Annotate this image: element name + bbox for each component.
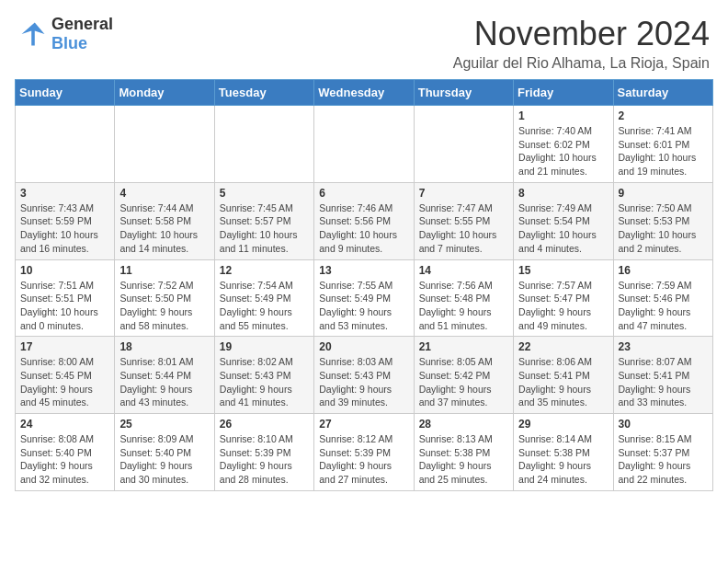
logo: General Blue	[18, 15, 113, 53]
calendar-cell: 16Sunrise: 7:59 AM Sunset: 5:46 PM Dayli…	[613, 259, 712, 337]
calendar-cell: 5Sunrise: 7:45 AM Sunset: 5:57 PM Daylig…	[214, 182, 313, 259]
page-container: General Blue November 2024 Aguilar del R…	[0, 0, 728, 499]
calendar-week-row: 3Sunrise: 7:43 AM Sunset: 5:59 PM Daylig…	[16, 182, 713, 259]
calendar-cell: 23Sunrise: 8:07 AM Sunset: 5:41 PM Dayli…	[613, 337, 712, 414]
day-info: Sunrise: 8:00 AM Sunset: 5:45 PM Dayligh…	[20, 355, 109, 409]
day-info: Sunrise: 7:51 AM Sunset: 5:51 PM Dayligh…	[20, 279, 109, 333]
svg-marker-0	[22, 23, 45, 46]
day-info: Sunrise: 8:06 AM Sunset: 5:41 PM Dayligh…	[518, 355, 608, 409]
calendar-cell: 21Sunrise: 8:05 AM Sunset: 5:42 PM Dayli…	[414, 337, 513, 414]
day-number: 22	[518, 340, 608, 353]
day-info: Sunrise: 8:09 AM Sunset: 5:40 PM Dayligh…	[119, 432, 209, 487]
day-info: Sunrise: 8:05 AM Sunset: 5:42 PM Dayligh…	[419, 355, 508, 409]
calendar-header-thursday: Thursday	[414, 80, 513, 106]
day-info: Sunrise: 7:43 AM Sunset: 5:59 PM Dayligh…	[20, 201, 109, 256]
calendar-cell: 30Sunrise: 8:15 AM Sunset: 5:37 PM Dayli…	[613, 414, 712, 491]
day-number: 11	[119, 264, 209, 277]
day-info: Sunrise: 8:10 AM Sunset: 5:39 PM Dayligh…	[220, 432, 309, 487]
day-number: 25	[119, 418, 209, 431]
calendar-cell: 7Sunrise: 7:47 AM Sunset: 5:55 PM Daylig…	[414, 182, 513, 259]
day-number: 12	[220, 264, 309, 277]
calendar-cell: 1Sunrise: 7:40 AM Sunset: 6:02 PM Daylig…	[514, 106, 613, 183]
calendar-cell: 9Sunrise: 7:50 AM Sunset: 5:53 PM Daylig…	[613, 182, 712, 259]
logo-general: General	[51, 15, 113, 34]
calendar-week-row: 17Sunrise: 8:00 AM Sunset: 5:45 PM Dayli…	[16, 337, 713, 414]
calendar-cell: 3Sunrise: 7:43 AM Sunset: 5:59 PM Daylig…	[16, 182, 115, 259]
day-number: 13	[319, 264, 408, 277]
calendar-cell: 2Sunrise: 7:41 AM Sunset: 6:01 PM Daylig…	[613, 106, 712, 183]
day-number: 23	[619, 340, 708, 353]
day-number: 14	[419, 264, 508, 277]
header: General Blue November 2024 Aguilar del R…	[0, 0, 728, 79]
calendar-cell	[115, 106, 214, 183]
calendar-cell: 6Sunrise: 7:46 AM Sunset: 5:56 PM Daylig…	[314, 182, 414, 259]
day-info: Sunrise: 8:03 AM Sunset: 5:43 PM Dayligh…	[319, 355, 408, 409]
calendar-cell: 25Sunrise: 8:09 AM Sunset: 5:40 PM Dayli…	[115, 414, 214, 491]
title-block: November 2024 Aguilar del Rio Alhama, La…	[453, 15, 710, 72]
calendar-cell: 26Sunrise: 8:10 AM Sunset: 5:39 PM Dayli…	[214, 414, 313, 491]
calendar-cell: 13Sunrise: 7:55 AM Sunset: 5:49 PM Dayli…	[314, 259, 414, 337]
calendar-cell	[214, 106, 313, 183]
day-info: Sunrise: 7:47 AM Sunset: 5:55 PM Dayligh…	[419, 201, 508, 256]
calendar-header-saturday: Saturday	[613, 80, 712, 106]
logo-text: General Blue	[51, 15, 113, 53]
day-number: 20	[319, 340, 408, 353]
calendar-cell	[414, 106, 513, 183]
calendar-cell: 10Sunrise: 7:51 AM Sunset: 5:51 PM Dayli…	[16, 259, 115, 337]
calendar-week-row: 10Sunrise: 7:51 AM Sunset: 5:51 PM Dayli…	[16, 259, 713, 337]
day-info: Sunrise: 7:56 AM Sunset: 5:48 PM Dayligh…	[419, 279, 508, 333]
day-info: Sunrise: 8:01 AM Sunset: 5:44 PM Dayligh…	[119, 355, 209, 409]
day-number: 4	[119, 187, 209, 200]
day-number: 2	[619, 109, 708, 122]
location: Aguilar del Rio Alhama, La Rioja, Spain	[453, 55, 710, 72]
day-info: Sunrise: 8:14 AM Sunset: 5:38 PM Dayligh…	[518, 432, 608, 487]
calendar-cell: 14Sunrise: 7:56 AM Sunset: 5:48 PM Dayli…	[414, 259, 513, 337]
day-number: 7	[419, 187, 508, 200]
calendar-cell: 18Sunrise: 8:01 AM Sunset: 5:44 PM Dayli…	[115, 337, 214, 414]
day-number: 16	[619, 264, 708, 277]
calendar-header-sunday: Sunday	[16, 80, 115, 106]
day-number: 28	[419, 418, 508, 431]
day-info: Sunrise: 8:02 AM Sunset: 5:43 PM Dayligh…	[220, 355, 309, 409]
calendar-header-friday: Friday	[514, 80, 613, 106]
day-info: Sunrise: 7:44 AM Sunset: 5:58 PM Dayligh…	[119, 201, 209, 256]
calendar-cell: 24Sunrise: 8:08 AM Sunset: 5:40 PM Dayli…	[16, 414, 115, 491]
logo-icon	[18, 19, 48, 49]
calendar-header-row: SundayMondayTuesdayWednesdayThursdayFrid…	[16, 80, 713, 106]
calendar-cell	[314, 106, 414, 183]
day-number: 18	[119, 340, 209, 353]
calendar-table: SundayMondayTuesdayWednesdayThursdayFrid…	[15, 79, 713, 491]
day-info: Sunrise: 8:12 AM Sunset: 5:39 PM Dayligh…	[319, 432, 408, 487]
calendar-cell	[16, 106, 115, 183]
day-info: Sunrise: 8:13 AM Sunset: 5:38 PM Dayligh…	[419, 432, 508, 487]
day-info: Sunrise: 7:54 AM Sunset: 5:49 PM Dayligh…	[220, 279, 309, 333]
day-info: Sunrise: 8:08 AM Sunset: 5:40 PM Dayligh…	[20, 432, 109, 487]
calendar-header-tuesday: Tuesday	[214, 80, 313, 106]
calendar-cell: 8Sunrise: 7:49 AM Sunset: 5:54 PM Daylig…	[514, 182, 613, 259]
calendar-cell: 20Sunrise: 8:03 AM Sunset: 5:43 PM Dayli…	[314, 337, 414, 414]
calendar-cell: 12Sunrise: 7:54 AM Sunset: 5:49 PM Dayli…	[214, 259, 313, 337]
month-title: November 2024	[453, 15, 710, 53]
day-info: Sunrise: 7:46 AM Sunset: 5:56 PM Dayligh…	[319, 201, 408, 256]
calendar-cell: 28Sunrise: 8:13 AM Sunset: 5:38 PM Dayli…	[414, 414, 513, 491]
day-number: 8	[518, 187, 608, 200]
day-number: 10	[20, 264, 109, 277]
calendar-wrap: SundayMondayTuesdayWednesdayThursdayFrid…	[0, 79, 728, 499]
day-number: 26	[220, 418, 309, 431]
day-number: 3	[20, 187, 109, 200]
day-info: Sunrise: 7:57 AM Sunset: 5:47 PM Dayligh…	[518, 279, 608, 333]
day-number: 21	[419, 340, 508, 353]
day-info: Sunrise: 7:50 AM Sunset: 5:53 PM Dayligh…	[619, 201, 708, 256]
day-info: Sunrise: 8:07 AM Sunset: 5:41 PM Dayligh…	[619, 355, 708, 409]
calendar-week-row: 24Sunrise: 8:08 AM Sunset: 5:40 PM Dayli…	[16, 414, 713, 491]
calendar-cell: 19Sunrise: 8:02 AM Sunset: 5:43 PM Dayli…	[214, 337, 313, 414]
day-number: 30	[619, 418, 708, 431]
day-number: 19	[220, 340, 309, 353]
day-info: Sunrise: 7:52 AM Sunset: 5:50 PM Dayligh…	[119, 279, 209, 333]
calendar-cell: 4Sunrise: 7:44 AM Sunset: 5:58 PM Daylig…	[115, 182, 214, 259]
day-number: 24	[20, 418, 109, 431]
calendar-cell: 22Sunrise: 8:06 AM Sunset: 5:41 PM Dayli…	[514, 337, 613, 414]
day-number: 15	[518, 264, 608, 277]
calendar-cell: 11Sunrise: 7:52 AM Sunset: 5:50 PM Dayli…	[115, 259, 214, 337]
day-info: Sunrise: 7:59 AM Sunset: 5:46 PM Dayligh…	[619, 279, 708, 333]
